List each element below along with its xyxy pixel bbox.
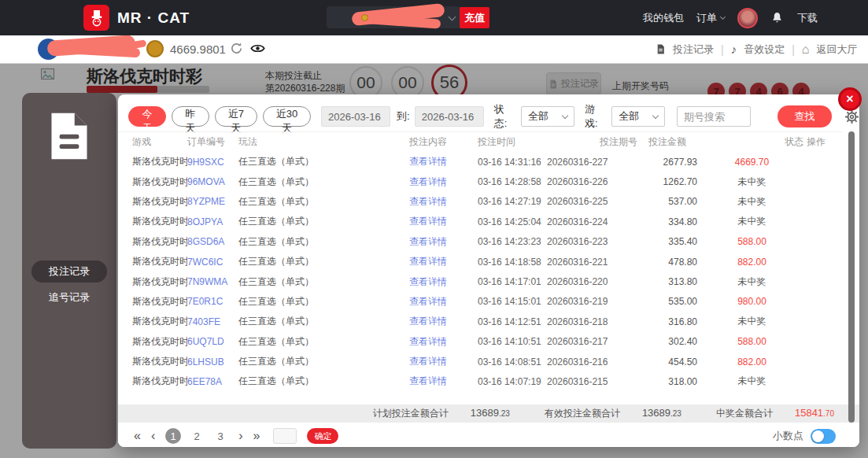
prev-page-button[interactable]: ‹	[151, 430, 155, 442]
brand[interactable]: MR · CAT	[83, 5, 190, 31]
view-detail-link[interactable]: 查看详情	[409, 235, 478, 249]
page-number-button[interactable]: 1	[165, 428, 181, 444]
page-jump-input[interactable]	[273, 428, 297, 444]
decimal-label: 小数点	[773, 429, 803, 443]
order-number-link[interactable]: 6EE78A	[187, 376, 238, 387]
order-number-link[interactable]: 6UQ7LD	[187, 336, 238, 347]
valid-total-label: 有效投注金额合计	[545, 407, 620, 420]
cell-play-type: 任三直选（单式）	[238, 295, 409, 308]
order-number-link[interactable]: 7403FE	[187, 316, 238, 327]
cell-play-type: 任三直选（单式）	[238, 255, 409, 268]
game-select[interactable]: 全部	[611, 106, 665, 127]
next-page-button[interactable]: ›	[238, 430, 242, 442]
cell-play-type: 任三直选（单式）	[238, 175, 409, 189]
cell-period: 20260316-226	[547, 176, 637, 187]
refresh-icon[interactable]	[230, 42, 243, 58]
orders-menu[interactable]: 订单	[696, 11, 725, 25]
column-header: 玩法	[238, 135, 409, 149]
column-header: 投注时间	[478, 135, 547, 149]
quick-range-button[interactable]: 近30天	[263, 106, 311, 127]
cell-period: 20260316-215	[547, 376, 637, 387]
sound-settings-link[interactable]: 音效设定	[744, 42, 785, 57]
period-search-input[interactable]	[677, 106, 751, 127]
order-number-link[interactable]: 8YZPME	[187, 196, 238, 207]
view-detail-link[interactable]: 查看详情	[409, 335, 478, 349]
cell-status: 未中奖	[697, 215, 807, 228]
bet-records-link[interactable]: 投注记录	[673, 42, 714, 57]
account-dropdown[interactable]	[327, 6, 462, 28]
cell-period: 20260316-219	[547, 296, 637, 307]
order-number-link[interactable]: 7WC6IC	[187, 257, 238, 268]
planned-total-label: 计划投注金额合计	[373, 407, 449, 420]
chevron-down-icon	[449, 13, 456, 21]
order-number-link[interactable]: 8OJPYA	[187, 216, 238, 227]
order-number-link[interactable]: 96MOVA	[187, 176, 238, 187]
summary-bar: 计划投注金额合计 13689.23 有效投注金额合计 13689.23 中奖金额…	[118, 404, 859, 423]
view-detail-link[interactable]: 查看详情	[409, 315, 478, 328]
bell-icon[interactable]	[770, 10, 785, 26]
gear-icon[interactable]	[844, 109, 859, 124]
cell-amount: 537.00	[637, 196, 697, 207]
cell-game: 斯洛伐克时时彩	[132, 195, 187, 209]
download-link[interactable]: 下载	[797, 11, 818, 25]
quick-range-button[interactable]: 今天	[128, 106, 166, 127]
app-window: MR · CAT 充值 我的钱包 订单 下载 4669.980	[0, 0, 868, 458]
wallet-link[interactable]: 我的钱包	[643, 11, 684, 25]
cell-amount: 318.00	[637, 376, 697, 387]
cell-bet-time: 03-16 14:23:23	[478, 236, 547, 247]
cell-bet-time: 03-16 14:12:51	[478, 316, 547, 327]
cell-period: 20260316-227	[547, 157, 637, 168]
order-number-link[interactable]: 6LHSUB	[187, 356, 238, 368]
bet-records-modal: × 今天昨天近7天近30天 到: 状态: 全部 游戏: 全部 查找	[118, 94, 859, 447]
page-number-button[interactable]: 3	[212, 428, 228, 444]
avatar[interactable]	[737, 8, 758, 28]
view-detail-link[interactable]: 查看详情	[409, 375, 478, 388]
document-icon	[48, 110, 90, 165]
cell-amount: 302.40	[637, 336, 697, 347]
confirm-button[interactable]: 确定	[307, 428, 338, 444]
win-total: 中奖金额合计 15841.70	[716, 407, 834, 420]
cell-bet-time: 03-16 14:15:01	[478, 296, 547, 307]
view-detail-link[interactable]: 查看详情	[409, 155, 478, 168]
recharge-button[interactable]: 充值	[460, 7, 489, 28]
view-detail-link[interactable]: 查看详情	[409, 175, 478, 189]
quick-range-button[interactable]: 昨天	[172, 106, 209, 127]
divider: |	[721, 43, 724, 56]
date-from-input[interactable]	[321, 106, 390, 127]
view-detail-link[interactable]: 查看详情	[409, 275, 478, 289]
view-detail-link[interactable]: 查看详情	[409, 195, 478, 209]
date-to-input[interactable]	[415, 106, 484, 127]
cell-play-type: 任三直选（单式）	[238, 335, 409, 349]
eye-icon[interactable]	[250, 42, 265, 57]
page-number-button[interactable]: 2	[189, 428, 205, 444]
order-number-link[interactable]: 7N9WMA	[187, 276, 238, 287]
back-to-lobby-link[interactable]: 返回大厅	[816, 42, 857, 57]
side-panel-item[interactable]: 追号记录	[31, 286, 107, 308]
cell-amount: 2677.93	[637, 157, 697, 168]
side-panel-item[interactable]: 投注记录	[31, 260, 107, 283]
cell-status: 未中奖	[697, 375, 807, 388]
status-select[interactable]: 全部	[521, 106, 574, 127]
quick-range-button[interactable]: 近7天	[215, 106, 257, 127]
order-number-link[interactable]: 7E0R1C	[187, 296, 238, 307]
decimal-toggle[interactable]	[811, 429, 836, 444]
table-row: 斯洛伐克时时彩 8OJPYA 任三直选（单式） 查看详情 03-16 14:25…	[118, 212, 842, 231]
cell-bet-time: 03-16 14:28:58	[478, 176, 547, 187]
close-icon[interactable]: ×	[838, 87, 862, 111]
search-button[interactable]: 查找	[778, 105, 832, 127]
order-number-link[interactable]: 9H9SXC	[187, 157, 238, 168]
scrollbar[interactable]	[848, 131, 855, 423]
view-detail-link[interactable]: 查看详情	[409, 355, 478, 368]
order-number-link[interactable]: 8GSD6A	[187, 236, 238, 247]
cell-amount: 454.50	[637, 356, 697, 368]
planned-total-value: 13689.23	[471, 407, 510, 419]
last-page-button[interactable]: »	[253, 430, 260, 442]
view-detail-link[interactable]: 查看详情	[409, 215, 478, 228]
chevron-down-icon	[562, 112, 568, 118]
cell-amount: 535.00	[637, 296, 697, 307]
view-detail-link[interactable]: 查看详情	[409, 255, 478, 268]
first-page-button[interactable]: «	[134, 430, 141, 442]
account-bar: 4669.9801 投注记录 | ♪ 音效设定 | ⌂ 返回大厅	[0, 35, 868, 64]
cell-period: 20260316-218	[547, 316, 637, 327]
view-detail-link[interactable]: 查看详情	[409, 295, 478, 308]
